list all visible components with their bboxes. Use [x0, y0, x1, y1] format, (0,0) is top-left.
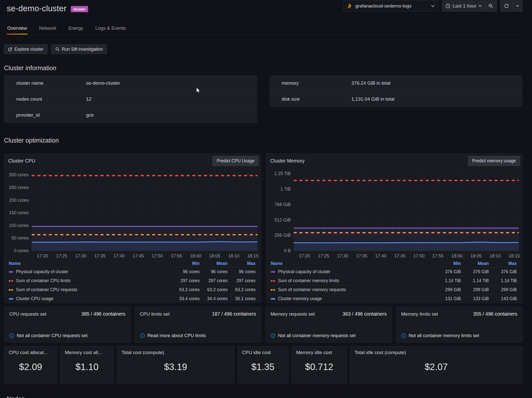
svg-text:17:30: 17:30: [337, 253, 348, 258]
panel-title: Cluster CPU: [8, 158, 35, 164]
legend-header-name[interactable]: Name: [9, 261, 172, 266]
stat-info-link[interactable]: Read more about CPU limits: [140, 333, 256, 338]
cluster-info-tables: cluster name se-demo-cluster nodes count…: [4, 75, 523, 123]
cost-panel: Memory cost all... $1.10: [60, 346, 114, 384]
svg-text:0 cores: 0 cores: [14, 248, 29, 253]
zoom-out-button[interactable]: [485, 1, 497, 11]
predict-memory-usage-button[interactable]: Predict memory usage: [468, 156, 520, 166]
cost-panel: Memory idle cost $0.712: [291, 346, 347, 384]
toolbar: grafanacloud-sedemo-logs Last 1 hour: [343, 0, 523, 11]
series-swatch: [271, 271, 275, 273]
stat-panel: Memory requests set 363 / 496 containers…: [265, 306, 392, 343]
tab[interactable]: Overview: [7, 25, 27, 34]
run-sift-button[interactable]: Run Sift investigation: [51, 44, 107, 54]
stat-info-link[interactable]: Not all container memory limits set: [401, 333, 518, 338]
memory-legend: Name Min Mean Max Physical capacity of c…: [266, 260, 522, 303]
svg-text:100 cores: 100 cores: [9, 223, 29, 228]
refresh-button[interactable]: [501, 1, 513, 11]
cluster-badge: cluster: [71, 6, 88, 12]
info-icon: [401, 333, 406, 338]
svg-text:768 GiB: 768 GiB: [274, 202, 291, 207]
chevron-down-icon: [431, 5, 435, 7]
chevron-down-icon: [479, 5, 482, 7]
cluster-optimization-heading: Cluster optimization: [4, 137, 523, 144]
info-icon: [140, 333, 145, 338]
stat-title: CPU limits set: [140, 311, 170, 317]
svg-text:18:10: 18:10: [490, 253, 501, 258]
legend-row[interactable]: Sum of container memory requests 299 GiB…: [271, 285, 517, 294]
legend-header-mean[interactable]: Mean: [461, 261, 489, 266]
refresh-icon: [504, 3, 509, 9]
cluster-memory-panel: Cluster Memory Predict memory usage 0 B2…: [266, 154, 523, 303]
legend-row[interactable]: Cluster CPU usage 33.4 cores 34.4 cores …: [9, 294, 256, 303]
cost-title: CPU cost allocat...: [9, 350, 52, 355]
cost-title: Total idle cost (compute): [355, 350, 518, 355]
cost-panel: CPU idle cost $1.35: [237, 346, 288, 384]
cost-value: $3.19: [122, 355, 230, 380]
table-row: nodes count 12: [4, 91, 257, 107]
datasource-picker[interactable]: grafanacloud-sedemo-logs: [343, 0, 438, 11]
svg-text:150 cores: 150 cores: [9, 210, 29, 215]
svg-text:18:00: 18:00: [190, 253, 201, 258]
panel-title: Cluster Memory: [270, 158, 305, 164]
svg-text:17:25: 17:25: [318, 253, 329, 258]
legend-row[interactable]: Cluster memory usage 131 GiB 133 GiB 143…: [271, 294, 517, 303]
cost-title: CPU idle cost: [242, 350, 284, 355]
predict-cpu-usage-button[interactable]: Predict CPU Usage: [213, 156, 259, 166]
series-swatch: [9, 298, 13, 300]
stat-value: 187 / 496 containers: [212, 311, 256, 317]
refresh-controls: [500, 0, 523, 11]
svg-text:17:20: 17:20: [299, 253, 310, 258]
svg-text:18:15: 18:15: [509, 253, 520, 258]
svg-text:512 GiB: 512 GiB: [274, 217, 291, 222]
cluster-info-table-left: cluster name se-demo-cluster nodes count…: [4, 75, 257, 123]
legend-header-min[interactable]: Min: [172, 261, 200, 266]
tab[interactable]: Logs & Events: [95, 25, 127, 34]
series-swatch: [9, 271, 13, 273]
cluster-info-table-right: memory 376.24 GiB in total disk size 1,1…: [269, 75, 523, 107]
svg-text:17:55: 17:55: [432, 253, 444, 258]
cpu-timeseries-chart[interactable]: 0 cores50 cores100 cores150 cores200 cor…: [4, 166, 261, 260]
time-range-label: Last 1 hour: [453, 3, 476, 9]
time-range-picker[interactable]: Last 1 hour: [442, 1, 485, 11]
magnifier-minus-icon: [488, 3, 493, 8]
refresh-interval-dropdown[interactable]: [513, 1, 522, 11]
cost-title: Total cost (compute): [122, 350, 230, 355]
table-row: memory 376.24 GiB in total: [269, 75, 523, 91]
svg-text:50 cores: 50 cores: [11, 235, 29, 240]
memory-timeseries-chart[interactable]: 0 B256 GiB512 GiB768 GiB1 TiB1.25 TiB17:…: [266, 166, 522, 260]
legend-header-name[interactable]: Name: [271, 261, 433, 266]
legend-header-mean[interactable]: Mean: [200, 261, 228, 266]
table-row: provider_id gce: [4, 107, 257, 123]
legend-row[interactable]: Sum of container CPU requests 63.2 cores…: [9, 285, 256, 294]
legend-row[interactable]: Physical capacity of cluster 376 GiB 376…: [271, 267, 517, 276]
cost-value: $0.712: [296, 355, 342, 380]
stat-info-link[interactable]: Not all container CPU requests set: [9, 333, 126, 338]
svg-text:256 GiB: 256 GiB: [274, 233, 291, 238]
svg-text:200 cores: 200 cores: [9, 198, 29, 203]
stat-info-link[interactable]: Not all container memory requests set: [270, 333, 387, 338]
legend-row[interactable]: Physical capacity of cluster 96 cores 96…: [9, 267, 256, 276]
svg-text:17:35: 17:35: [94, 253, 106, 258]
legend-header-max[interactable]: Max: [489, 261, 517, 266]
svg-text:18:00: 18:00: [451, 253, 463, 258]
explore-cluster-button[interactable]: Explore cluster: [4, 44, 47, 54]
cost-title: Memory idle cost: [296, 350, 342, 355]
svg-text:17:30: 17:30: [75, 253, 86, 258]
legend-header-max[interactable]: Max: [228, 261, 256, 266]
legend-row[interactable]: Sum of container CPU limits 297 cores 29…: [9, 276, 256, 285]
table-row: cluster name se-demo-cluster: [4, 75, 257, 91]
svg-text:17:20: 17:20: [37, 253, 48, 258]
cost-panel: CPU cost allocat... $2.09: [4, 346, 57, 384]
tab[interactable]: Energy: [68, 25, 84, 34]
tab[interactable]: Network: [38, 25, 57, 34]
dashboard-page: grafanacloud-sedemo-logs Last 1 hour: [0, 0, 532, 398]
cost-value: $1.35: [242, 355, 284, 380]
legend-row[interactable]: Sum of container memory limits 1.14 TiB …: [271, 276, 517, 285]
svg-text:17:25: 17:25: [56, 253, 67, 258]
table-row: disk size 1,131.04 GiB in total: [269, 91, 523, 107]
svg-text:17:40: 17:40: [375, 253, 386, 258]
stat-panel: Memory limits set 355 / 496 containers N…: [396, 306, 523, 343]
legend-header-min[interactable]: Min: [433, 261, 461, 266]
svg-text:18:10: 18:10: [228, 253, 239, 258]
